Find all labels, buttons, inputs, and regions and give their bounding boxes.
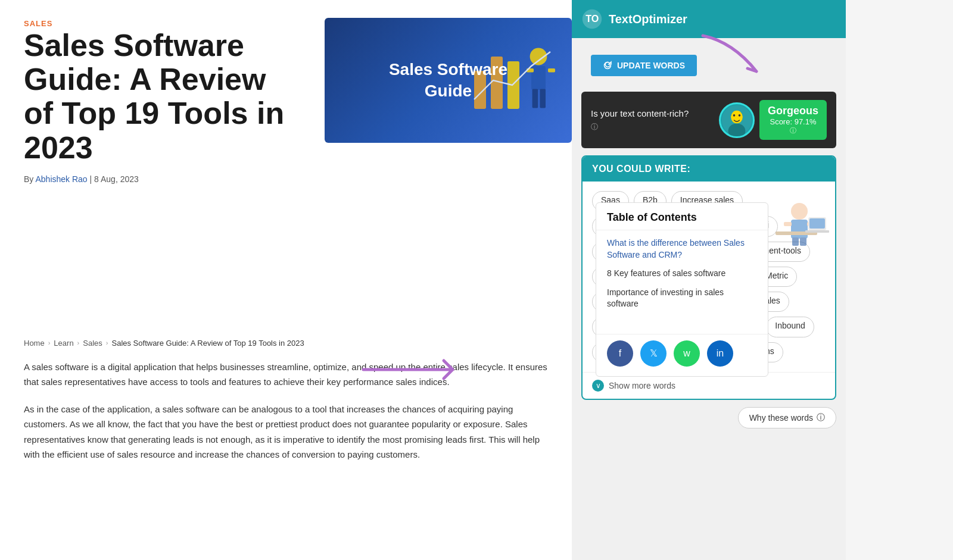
breadcrumb-sep-2: › <box>77 339 80 346</box>
svg-rect-25 <box>805 230 829 233</box>
facebook-icon[interactable]: f <box>607 340 633 367</box>
toc-items: What is the difference between Sales Sof… <box>596 230 768 324</box>
breadcrumb-home[interactable]: Home <box>24 339 45 348</box>
twitter-icon[interactable]: 𝕏 <box>640 340 667 367</box>
social-share: f 𝕏 w in <box>596 334 768 376</box>
why-icon: ⓘ <box>817 412 825 423</box>
sales-category-label: SALES <box>24 19 52 28</box>
toc-title: Table of Contents <box>596 203 768 230</box>
toc-item-2: 8 Key features of sales software <box>607 268 757 280</box>
to-header: TO TextOptimizer <box>572 0 846 38</box>
update-words-button[interactable]: UPDATE WORDS <box>591 55 697 76</box>
svg-rect-21 <box>800 237 806 246</box>
svg-text:TO: TO <box>585 13 599 24</box>
svg-point-14 <box>733 114 736 117</box>
show-more-label: Show more words <box>609 381 675 390</box>
words-illustration <box>758 187 829 247</box>
svg-rect-18 <box>784 222 792 226</box>
breadcrumb-current: Sales Software Guide: A Review of Top 19… <box>111 339 304 348</box>
textoptimizer-logo-icon: TO <box>581 8 603 30</box>
svg-rect-7 <box>532 89 538 108</box>
svg-point-13 <box>728 123 746 138</box>
hero-image-label: Sales Software Guide <box>389 59 507 102</box>
whatsapp-icon[interactable]: w <box>674 340 700 367</box>
breadcrumb-sales[interactable]: Sales <box>83 339 102 348</box>
word-chip-inbound[interactable]: Inbound <box>766 317 814 337</box>
table-of-contents: Table of Contents What is the difference… <box>596 202 768 377</box>
svg-rect-17 <box>791 220 808 239</box>
svg-point-16 <box>791 203 808 220</box>
you-could-write-header: YOU COULD WRITE: <box>583 157 835 182</box>
score-avatar <box>719 102 755 138</box>
score-bar: Is your text content-rich? ⓘ Gorgeous Sc… <box>581 92 836 148</box>
toc-item-3: Importance of investing in sales softwar… <box>607 287 757 310</box>
score-question: Is your text content-rich? ⓘ <box>591 108 689 132</box>
svg-rect-2 <box>507 61 519 109</box>
author-link[interactable]: Abhishek Rao <box>35 174 87 184</box>
svg-rect-20 <box>792 237 799 246</box>
article-title: Sales Software Guide: A Review of Top 19… <box>24 29 298 165</box>
article-para-1: A sales software is a digital applicatio… <box>24 359 548 390</box>
avatar-illustration <box>721 102 753 138</box>
article-meta: By Abhishek Rao | 8 Aug, 2023 <box>24 174 548 184</box>
linkedin-icon[interactable]: in <box>707 340 733 367</box>
to-title: TextOptimizer <box>609 12 687 26</box>
svg-rect-6 <box>548 68 555 72</box>
article-para-2: As in the case of the application, a sal… <box>24 402 548 462</box>
svg-point-15 <box>739 114 741 117</box>
breadcrumb-learn[interactable]: Learn <box>54 339 73 348</box>
breadcrumb-sep-1: › <box>48 339 51 346</box>
score-green-badge: Gorgeous Score: 97.1% ⓘ <box>759 100 827 140</box>
show-more-arrow-icon: ∨ <box>592 380 604 392</box>
svg-rect-24 <box>809 218 825 229</box>
refresh-icon <box>603 61 612 70</box>
toc-link-1[interactable]: What is the difference between Sales Sof… <box>607 238 745 259</box>
why-these-words-button[interactable]: Why these words ⓘ <box>738 407 836 428</box>
why-these-words-container: Why these words ⓘ <box>581 407 836 428</box>
update-words-container: UPDATE WORDS <box>572 38 846 85</box>
hero-image: Sales Software Guide <box>325 18 572 143</box>
article-body: A sales software is a digital applicatio… <box>24 359 548 462</box>
toc-item-1: What is the difference between Sales Sof… <box>607 237 757 261</box>
score-badge: Gorgeous Score: 97.1% ⓘ <box>719 100 827 140</box>
main-article: SALES Sales Software Guide Sales Softwar… <box>0 0 572 560</box>
you-could-write-title: YOU COULD WRITE: <box>592 164 690 174</box>
svg-rect-8 <box>540 89 546 108</box>
why-these-words-label: Why these words <box>749 413 813 423</box>
breadcrumb: Home › Learn › Sales › Sales Software Gu… <box>24 339 548 348</box>
breadcrumb-sep-3: › <box>106 339 108 346</box>
